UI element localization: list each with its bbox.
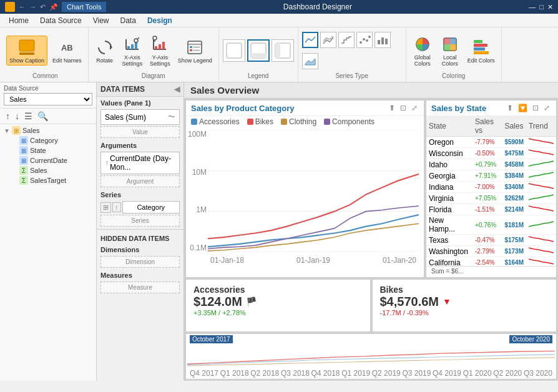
sort-desc-button[interactable]: ↓ — [13, 110, 21, 122]
series-type-bar[interactable] — [374, 32, 391, 48]
state-sales: $590M — [502, 137, 526, 148]
series-type-stackline[interactable] — [320, 32, 336, 48]
menu-design[interactable]: Design — [142, 15, 177, 26]
field-category[interactable]: ⊞ Category — [7, 135, 96, 145]
field-state[interactable]: ⊞ State — [7, 145, 96, 155]
svg-rect-27 — [275, 43, 280, 58]
show-legend-button[interactable]: Show Legend — [175, 36, 215, 65]
series-type-line[interactable] — [302, 32, 318, 48]
dimension-placeholder[interactable]: Dimension — [100, 256, 180, 268]
menu-data-source[interactable]: Data Source — [35, 15, 87, 26]
svg-point-30 — [366, 39, 368, 42]
data-source-section: Data Source Sales — [0, 82, 96, 109]
state-change: -1.51% — [472, 204, 502, 215]
measure-placeholder[interactable]: Measure — [100, 282, 180, 293]
edit-colors-button[interactable]: Edit Colors — [465, 36, 497, 65]
global-colors-button[interactable]: GlobalColors — [410, 33, 435, 68]
table-row[interactable]: Indiana-7.00%$340M — [426, 182, 556, 193]
field-salestarget[interactable]: Σ SalesTarget — [7, 175, 96, 185]
table-row[interactable]: Idaho+0.79%$458M — [426, 159, 556, 170]
field-sales[interactable]: Σ Sales — [7, 165, 96, 175]
svg-point-31 — [368, 36, 371, 38]
app-icon — [5, 2, 15, 12]
undo-button[interactable]: ↶ — [39, 3, 47, 11]
legend-option-3[interactable] — [272, 39, 294, 62]
legend-option-2[interactable] — [247, 39, 270, 62]
menu-view[interactable]: View — [88, 15, 114, 26]
sort-asc-button[interactable]: ↑ — [4, 110, 12, 122]
local-colors-button[interactable]: LocalColors — [438, 33, 463, 68]
series-placeholder[interactable]: Series — [100, 215, 180, 227]
chart-export-icon[interactable]: ⬆ — [388, 103, 396, 113]
title-bar-nav[interactable]: ← → ↶ 📌 — [17, 3, 59, 11]
state-sales: $475M — [502, 148, 526, 159]
menu-home[interactable]: Home — [4, 15, 34, 26]
table-row[interactable]: Washington-2.79%$173M — [426, 246, 556, 257]
field-currentdate[interactable]: ⊞ CurrentDate — [7, 155, 96, 165]
forward-button[interactable]: → — [28, 3, 37, 11]
chart-tools-label: Chart Tools — [62, 2, 106, 12]
pin-button[interactable]: 📌 — [48, 3, 59, 11]
show-caption-button[interactable]: Show Caption — [6, 36, 47, 66]
minimize-button[interactable]: — — [529, 3, 536, 11]
series-type-dots[interactable] — [356, 32, 373, 48]
col-state[interactable]: State — [426, 116, 472, 137]
table-row[interactable]: Florida-1.51%$214M — [426, 204, 556, 215]
argument-placeholder[interactable]: Argument — [100, 175, 180, 187]
state-sum: Sum = $6... — [426, 266, 556, 276]
chart-expand-icon[interactable]: ⤢ — [410, 103, 419, 113]
col-trend[interactable]: Trend — [526, 116, 556, 137]
svg-point-29 — [363, 38, 365, 41]
state-expand-icon[interactable]: ⤢ — [542, 103, 551, 113]
close-button[interactable]: ✕ — [547, 3, 553, 11]
series-type-stepline[interactable] — [338, 32, 355, 48]
table-row[interactable]: Texas-0.47%$175M — [426, 235, 556, 246]
col-sales-vs[interactable]: Sales vs — [472, 116, 502, 137]
series-type-area[interactable] — [302, 53, 318, 69]
svg-rect-25 — [251, 53, 266, 58]
state-filter-icon[interactable]: 🔽 — [517, 103, 529, 113]
state-export-icon[interactable]: ⬆ — [506, 103, 514, 113]
table-row[interactable]: Virginia+7.05%$262M — [426, 193, 556, 204]
edit-names-button[interactable]: AB Edit Names — [50, 36, 84, 65]
filter-button[interactable]: ☰ — [22, 110, 34, 122]
svg-rect-42 — [474, 47, 485, 51]
state-sales: $458M — [502, 159, 526, 170]
back-button[interactable]: ← — [17, 3, 27, 11]
table-row[interactable]: New Hamp...+0.76%$181M — [426, 215, 556, 235]
col-sales[interactable]: Sales — [502, 116, 526, 137]
xaxis-settings-button[interactable]: X-AxisSettings — [120, 33, 145, 68]
table-row[interactable]: Wisconsin-0.50%$475M — [426, 148, 556, 159]
tree-root-sales[interactable]: ▼ ⊞ Sales — [0, 125, 96, 135]
series-up-button[interactable]: ↑ — [112, 202, 121, 212]
data-items-collapse[interactable]: ◀ — [174, 85, 180, 94]
dashboard-title: Sales Overview — [184, 82, 558, 99]
maximize-button[interactable]: □ — [539, 3, 544, 11]
state-table-container[interactable]: State Sales vs Sales Trend Oregon-7.79%$… — [426, 116, 556, 266]
bikes-value: $4,570.6M — [380, 295, 439, 309]
chart-panel: Sales by Product Category ⬆ ⊡ ⤢ Accessor… — [185, 100, 424, 278]
state-trend — [526, 148, 556, 159]
series-category-button[interactable]: Category — [122, 201, 180, 213]
yaxis-settings-button[interactable]: Y-AxisSettings — [147, 33, 173, 68]
menu-data[interactable]: Data — [115, 15, 141, 26]
search-button[interactable]: 🔍 — [36, 110, 50, 122]
legend-option-1[interactable] — [223, 39, 245, 62]
data-source-select[interactable]: Sales — [4, 93, 92, 105]
chart-filter-icon[interactable]: ⊡ — [399, 103, 408, 113]
state-name: Wisconsin — [426, 148, 472, 159]
state-zoom-icon[interactable]: ⊡ — [531, 103, 540, 113]
argument-date-button[interactable]: ↑ CurrentDate (Day-Mon... — [100, 152, 180, 174]
chart-x-axis: 01-Jan-18 01-Jan-19 01-Jan-20 — [208, 256, 419, 265]
series-move-button[interactable]: ⊞ — [100, 202, 111, 213]
rotate-button[interactable]: Rotate — [92, 36, 117, 65]
svg-line-9 — [137, 37, 139, 39]
window-controls[interactable]: — □ ✕ — [529, 3, 553, 11]
table-row[interactable]: Oregon-7.79%$590M — [426, 137, 556, 148]
svg-rect-32 — [378, 40, 380, 44]
sales-sum-button[interactable]: Sales (Sum) 〜 — [100, 109, 180, 125]
value-placeholder[interactable]: Value — [100, 126, 180, 138]
table-row[interactable]: California-2.54%$164M — [426, 257, 556, 267]
table-row[interactable]: Georgia+7.91%$384M — [426, 170, 556, 182]
accessories-value: $124.0M — [193, 295, 242, 309]
